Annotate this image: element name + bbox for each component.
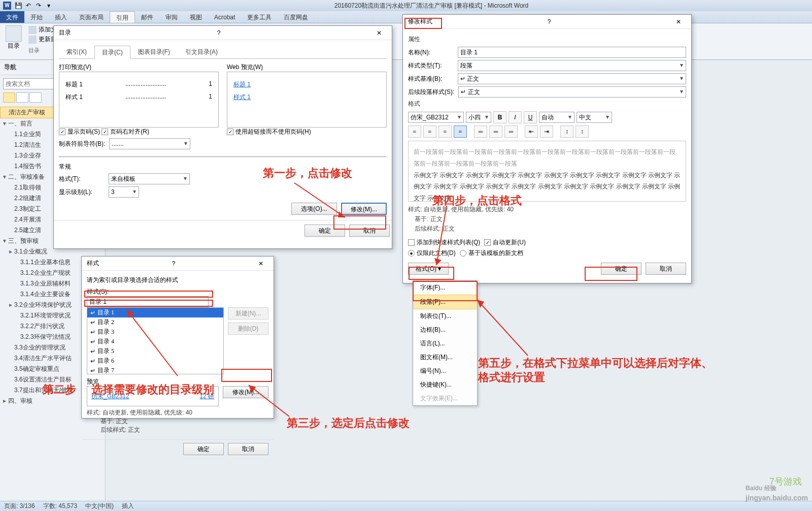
tab-figures[interactable]: 图表目录(F) [130, 45, 178, 58]
status-words[interactable]: 字数: 45,573 [43, 502, 77, 510]
line-spacing-15-button[interactable]: ═ [489, 125, 502, 138]
indent-inc-button[interactable]: ⇥ [540, 125, 553, 138]
right-align-checkbox[interactable]: ✓页码右对齐(R) [101, 127, 149, 136]
help-icon[interactable]: ? [217, 29, 221, 37]
menu-border[interactable]: 边框(B)... [413, 323, 477, 337]
align-right-button[interactable]: ≡ [438, 125, 452, 138]
tab-layout[interactable]: 页面布局 [73, 11, 110, 23]
close-icon[interactable]: ✕ [671, 18, 686, 25]
style-list-item[interactable]: ↵目录 1 [87, 308, 223, 317]
update-toc-button[interactable]: 更新目 [28, 35, 57, 44]
nav-view-headings-icon[interactable] [3, 92, 15, 103]
style-list-item[interactable]: ↵目录 2 [87, 317, 223, 327]
style-type-select[interactable] [458, 60, 686, 71]
show-page-checkbox[interactable]: ✓显示页码(S) [59, 127, 100, 136]
status-insert[interactable]: 插入 [122, 502, 134, 510]
toc-button[interactable]: 目录 [4, 25, 23, 50]
align-justify-button[interactable]: ≡ [454, 125, 467, 138]
next-style-select[interactable] [458, 86, 686, 98]
add-text-button[interactable]: 添加文 [28, 25, 57, 34]
status-language[interactable]: 中文(中国) [85, 502, 114, 510]
tab-home[interactable]: 开始 [24, 11, 49, 23]
cancel-button[interactable]: 取消 [228, 443, 268, 455]
levels-spinner[interactable] [109, 186, 139, 198]
hyperlink-checkbox[interactable]: ✓使用超链接而不使用页码(H) [227, 127, 311, 136]
tab-toc[interactable]: 目录(C) [94, 46, 130, 59]
options-button[interactable]: 选项(O)... [291, 203, 337, 215]
style-name-input[interactable] [87, 296, 209, 307]
close-icon[interactable]: ✕ [253, 260, 268, 267]
add-quick-checkbox[interactable]: 添加到快速样式列表(Q) [408, 238, 480, 247]
styles-listbox[interactable]: ↵目录 1↵目录 2↵目录 3↵目录 4↵目录 5↵目录 6↵目录 7↵目录 8… [87, 307, 224, 374]
save-icon[interactable]: 💾 [14, 1, 23, 10]
cancel-button[interactable]: 取消 [349, 225, 390, 237]
properties-label: 属性 [408, 35, 686, 44]
format-select[interactable] [109, 173, 190, 184]
align-center-button[interactable]: ≡ [423, 125, 436, 138]
only-doc-radio[interactable]: ●仅限此文档(D) [408, 249, 456, 258]
underline-button[interactable]: U [524, 111, 537, 123]
menu-frame[interactable]: 图文框(M)... [413, 350, 477, 364]
ok-button[interactable]: 确定 [183, 443, 224, 455]
nav-view-results-icon[interactable] [29, 92, 42, 103]
tab-index[interactable]: 索引(X) [59, 45, 94, 58]
line-spacing-1-button[interactable]: ═ [474, 125, 487, 138]
help-icon[interactable]: ? [172, 260, 176, 267]
font-color-select[interactable] [539, 112, 574, 123]
style-list-item[interactable]: ↵目录 7 [87, 366, 223, 374]
italic-button[interactable]: I [509, 111, 522, 123]
bold-button[interactable]: B [493, 111, 506, 123]
font-lang-select[interactable] [577, 112, 612, 123]
style-list-item[interactable]: ↵目录 5 [87, 346, 223, 356]
menu-text-effect[interactable]: 文字效果(E)... [413, 392, 477, 405]
menu-font[interactable]: 字体(F)... [413, 281, 477, 295]
menu-tabs[interactable]: 制表位(T)... [413, 309, 477, 323]
align-left-button[interactable]: ≡ [408, 125, 421, 138]
new-template-radio[interactable]: 基于该模板的新文档 [460, 249, 523, 258]
tab-mailings[interactable]: 邮件 [135, 11, 159, 23]
tab-baidu[interactable]: 百度网盘 [278, 11, 314, 23]
style-name-field[interactable] [458, 47, 686, 58]
tab-more-tools[interactable]: 更多工具 [241, 11, 278, 23]
para-space-inc-button[interactable]: ↕ [576, 125, 589, 138]
ok-button[interactable]: 确定 [601, 263, 641, 275]
para-space-dec-button[interactable]: ↕ [560, 125, 573, 138]
tab-acrobat[interactable]: Acrobat [208, 11, 241, 23]
based-on-select[interactable] [458, 73, 686, 84]
style-list-item[interactable]: ↵目录 3 [87, 327, 223, 337]
style-list-item[interactable]: ↵目录 6 [87, 356, 223, 366]
new-style-button[interactable]: 新建(N)... [228, 307, 268, 320]
menu-shortcut[interactable]: 快捷键(K)... [413, 378, 477, 392]
style-description: 样式: 自动更新, 使用前隐藏, 优先级: 40 基于: 正文 后续样式: 正文 [408, 205, 686, 234]
tab-review[interactable]: 审阅 [159, 11, 184, 23]
format-menu-button[interactable]: 格式(O) ▾ [408, 263, 449, 275]
tab-citations[interactable]: 引文目录(A) [178, 45, 225, 58]
menu-language[interactable]: 语言(L)... [413, 337, 477, 350]
menu-paragraph[interactable]: 段落(P)... [413, 295, 477, 309]
indent-dec-button[interactable]: ⇤ [525, 125, 538, 138]
style-list-item[interactable]: ↵目录 4 [87, 337, 223, 346]
leader-select[interactable] [109, 138, 190, 149]
group-caption: 目录 [28, 47, 57, 54]
font-size-select[interactable] [466, 112, 491, 123]
tab-view[interactable]: 视图 [184, 11, 208, 23]
line-spacing-2-button[interactable]: ═ [504, 125, 518, 138]
help-icon[interactable]: ? [548, 18, 551, 25]
qat-more-icon[interactable]: ▾ [44, 1, 53, 10]
menu-numbering[interactable]: 编号(N)... [413, 364, 477, 378]
status-page[interactable]: 页面: 3/136 [4, 502, 35, 510]
auto-update-checkbox[interactable]: ✓自动更新(U) [484, 238, 526, 247]
redo-icon[interactable]: ↷ [34, 1, 43, 10]
modify-style-button[interactable]: 修改(M)... [223, 386, 268, 398]
cancel-button[interactable]: 取消 [646, 263, 686, 275]
tab-references[interactable]: 引用 [110, 11, 135, 23]
nav-view-pages-icon[interactable] [16, 92, 28, 103]
font-family-select[interactable] [408, 112, 464, 123]
tab-file[interactable]: 文件 [0, 11, 24, 23]
ok-button[interactable]: 确定 [304, 225, 345, 237]
tab-insert[interactable]: 插入 [49, 11, 73, 23]
delete-style-button[interactable]: 删除(D) [228, 323, 268, 335]
close-icon[interactable]: ✕ [371, 29, 387, 37]
undo-icon[interactable]: ↶ [24, 1, 33, 10]
modify-button[interactable]: 修改(M)... [341, 203, 387, 215]
